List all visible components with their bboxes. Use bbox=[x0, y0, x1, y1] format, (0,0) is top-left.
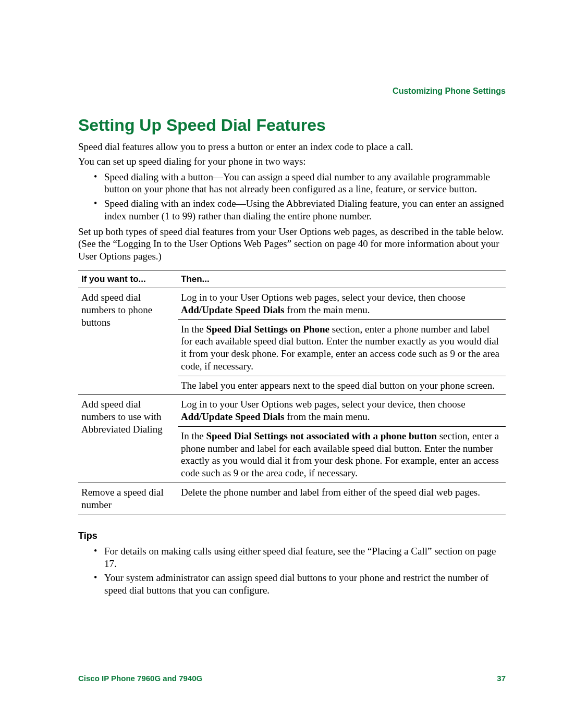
tips-bullet-item: For details on making calls using either… bbox=[78, 545, 506, 570]
cell-text: The label you enter appears next to the … bbox=[181, 380, 495, 391]
tips-bullet-item: Your system administrator can assign spe… bbox=[78, 572, 506, 597]
intro-bullet-item: Speed dialing with a button—You can assi… bbox=[78, 171, 506, 196]
page-footer: Cisco IP Phone 7960G and 7940G 37 bbox=[78, 674, 506, 684]
table-header-row: If you want to... Then... bbox=[78, 270, 506, 288]
intro-bullet-list: Speed dialing with a button—You can assi… bbox=[78, 171, 506, 223]
tips-heading: Tips bbox=[78, 530, 506, 542]
table-header-left: If you want to... bbox=[78, 270, 178, 288]
table-cell-right: Log in to your User Options web pages, s… bbox=[178, 395, 506, 427]
cell-text: from the main menu. bbox=[285, 411, 370, 422]
table-row: Add speed dial numbers to phone buttons … bbox=[78, 288, 506, 320]
table-header-right: Then... bbox=[178, 270, 506, 288]
main-content: Setting Up Speed Dial Features Speed dia… bbox=[78, 115, 506, 597]
cell-text-bold: Add/Update Speed Dials bbox=[181, 304, 285, 315]
cell-text-bold: Speed Dial Settings not associated with … bbox=[206, 430, 437, 441]
intro-paragraph-3: Set up both types of speed dial features… bbox=[78, 226, 506, 263]
table-cell-left: Add speed dial numbers to phone buttons bbox=[78, 288, 178, 395]
instructions-table: If you want to... Then... Add speed dial… bbox=[78, 270, 506, 515]
table-cell-right: Log in to your User Options web pages, s… bbox=[178, 288, 506, 320]
intro-paragraph-2: You can set up speed dialing for your ph… bbox=[78, 155, 506, 168]
cell-text: Log in to your User Options web pages, s… bbox=[181, 292, 466, 303]
cell-text: Log in to your User Options web pages, s… bbox=[181, 399, 466, 410]
cell-text-bold: Speed Dial Settings on Phone bbox=[206, 324, 329, 335]
table-row: Add speed dial numbers to use with Abbre… bbox=[78, 395, 506, 427]
intro-paragraph-1: Speed dial features allow you to press a… bbox=[78, 141, 506, 153]
cell-text: In the bbox=[181, 430, 206, 441]
table-cell-left: Remove a speed dial number bbox=[78, 483, 178, 514]
cell-text-bold: Add/Update Speed Dials bbox=[181, 411, 285, 422]
footer-left: Cisco IP Phone 7960G and 7940G bbox=[78, 674, 202, 684]
section-header: Customizing Phone Settings bbox=[393, 86, 506, 96]
page-title: Setting Up Speed Dial Features bbox=[78, 115, 506, 135]
table-cell-right: Delete the phone number and label from e… bbox=[178, 483, 506, 514]
table-cell-right: In the Speed Dial Settings not associate… bbox=[178, 426, 506, 483]
document-page: Customizing Phone Settings Setting Up Sp… bbox=[0, 0, 563, 728]
intro-bullet-item: Speed dialing with an index code—Using t… bbox=[78, 198, 506, 223]
table-row: Remove a speed dial number Delete the ph… bbox=[78, 483, 506, 514]
cell-text: from the main menu. bbox=[285, 304, 370, 315]
table-cell-right: In the Speed Dial Settings on Phone sect… bbox=[178, 319, 506, 376]
table-cell-right: The label you enter appears next to the … bbox=[178, 376, 506, 395]
cell-text: In the bbox=[181, 324, 206, 335]
tips-bullet-list: For details on making calls using either… bbox=[78, 545, 506, 597]
footer-page-number: 37 bbox=[497, 674, 506, 684]
cell-text: Delete the phone number and label from e… bbox=[181, 487, 480, 498]
table-cell-left: Add speed dial numbers to use with Abbre… bbox=[78, 395, 178, 483]
